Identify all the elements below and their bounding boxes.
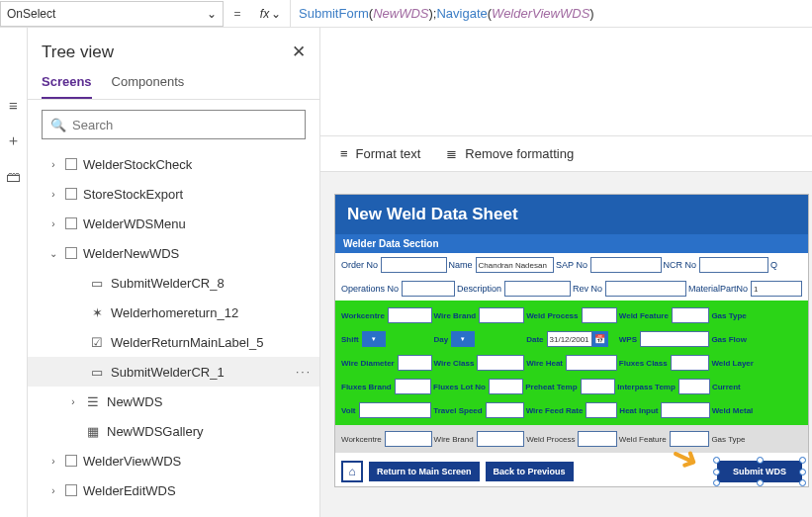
layers-icon[interactable]: ≡ [9, 97, 18, 114]
fx-dropdown[interactable]: fx⌄ [251, 0, 291, 27]
label-icon: ☑ [89, 335, 105, 350]
home-icon[interactable]: ⌂ [341, 461, 363, 482]
gallery-icon: ▦ [85, 424, 101, 439]
button-icon: ▭ [89, 276, 105, 291]
add-icon[interactable]: ＋ [6, 131, 21, 150]
name-input[interactable]: Chandran Nadesan [476, 257, 555, 273]
tree-item[interactable]: ›☰NewWDS [28, 387, 319, 416]
tree-item[interactable]: ›WelderViewWDS [28, 446, 319, 475]
remove-formatting-button[interactable]: ≣Remove formatting [446, 146, 574, 161]
tab-components[interactable]: Components [112, 68, 185, 99]
tree-item[interactable]: ›StoreStockExport [28, 179, 319, 209]
tree-panel: Tree view ✕ Screens Components 🔍 ›Welder… [28, 28, 320, 517]
tree-item-selected[interactable]: ▭SubmitWelderCR_1··· [28, 357, 319, 387]
tree-item[interactable]: ›WelderWDSMenu [28, 209, 319, 238]
app-screen[interactable]: New Weld Data Sheet Welder Data Section … [334, 194, 809, 487]
ops-input[interactable] [402, 281, 455, 297]
tree-item[interactable]: ▦NewWDSGallery [28, 416, 319, 446]
tree-item[interactable]: ›WelderEditWDS [28, 475, 319, 505]
property-dropdown[interactable]: OnSelect ⌄ [0, 1, 224, 27]
return-main-button[interactable]: Return to Main Screen [369, 462, 480, 481]
tree-item[interactable]: ⌄WelderNewWDS [28, 238, 319, 268]
desc-input[interactable] [504, 281, 571, 297]
tree-item[interactable]: ✶Welderhomereturn_12 [28, 298, 319, 327]
calendar-icon[interactable]: 📅 [592, 331, 608, 347]
chevron-down-icon: ⌄ [271, 7, 281, 21]
back-button[interactable]: Back to Previous [486, 462, 574, 481]
close-icon[interactable]: ✕ [292, 42, 306, 62]
mat-input[interactable]: 1 [751, 281, 802, 297]
form-icon: ☰ [85, 394, 101, 409]
remove-format-icon: ≣ [446, 146, 457, 161]
canvas: ≡Format text ≣Remove formatting New Weld… [320, 28, 812, 517]
ncr-input[interactable] [699, 257, 768, 273]
tree-item[interactable]: ›WelderStockCheck [28, 149, 319, 179]
section-header: Welder Data Section [335, 234, 808, 253]
rev-input[interactable] [605, 281, 686, 297]
order-input[interactable] [381, 257, 447, 273]
search-input[interactable]: 🔍 [42, 110, 306, 139]
tab-screens[interactable]: Screens [42, 68, 92, 99]
tree-item[interactable]: ☑WelderReturnMainLabel_5 [28, 327, 319, 357]
property-value: OnSelect [7, 7, 55, 21]
button-icon: ▭ [89, 365, 105, 380]
shift-dropdown[interactable]: ▾ [362, 331, 386, 347]
formula-bar[interactable]: SubmitForm(NewWDS);Navigate(WelderViewWD… [291, 0, 812, 27]
format-text-button[interactable]: ≡Format text [340, 146, 420, 161]
search-icon: 🔍 [50, 118, 66, 132]
image-icon: ✶ [89, 305, 105, 320]
format-icon: ≡ [340, 146, 348, 161]
tree-title: Tree view [42, 43, 114, 62]
left-rail: ≡ ＋ 🗃 [0, 28, 28, 517]
sap-input[interactable] [590, 257, 662, 273]
screen-title: New Weld Data Sheet [335, 195, 808, 234]
data-icon[interactable]: 🗃 [6, 168, 21, 185]
chevron-down-icon: ⌄ [207, 7, 217, 21]
more-icon[interactable]: ··· [296, 365, 312, 379]
tree-item[interactable]: ▭SubmitWelderCR_8 [28, 268, 319, 298]
day-dropdown[interactable]: ▾ [451, 331, 475, 347]
equals-label: = [224, 7, 251, 21]
submit-button-selected[interactable]: Submit WDS [717, 461, 802, 482]
